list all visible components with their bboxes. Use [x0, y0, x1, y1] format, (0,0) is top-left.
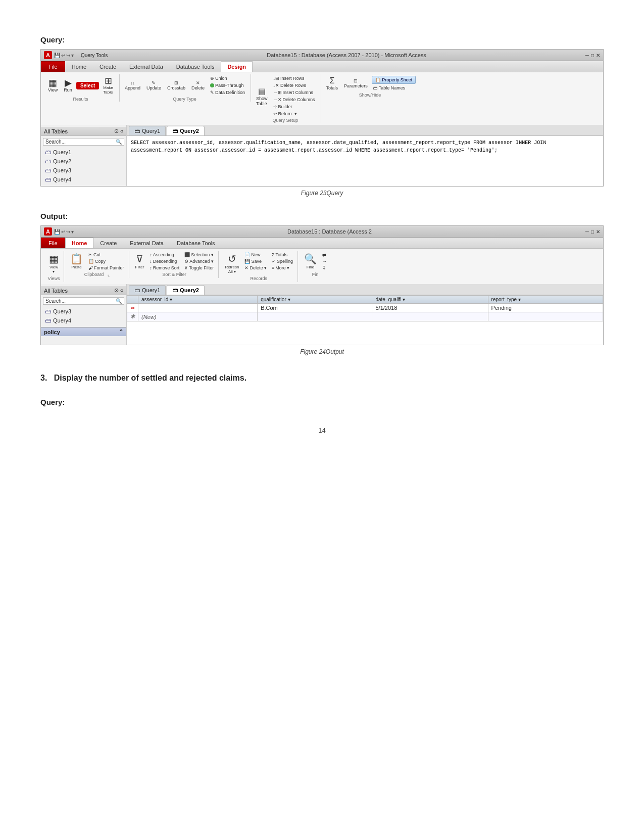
output-cut-btn[interactable]: ✂ Cut — [87, 252, 126, 258]
output-policy-collapse-icon[interactable]: ⌃ — [119, 329, 123, 335]
output-close-btn[interactable]: ✕ — [596, 229, 600, 235]
tab-external-data[interactable]: External Data — [123, 61, 170, 72]
return-btn[interactable]: ↩ Return: ▾ — [272, 111, 317, 117]
output-policy-item[interactable]: policy ⌃ — [41, 327, 126, 336]
output-goto-btn[interactable]: → — [321, 258, 328, 264]
nav-search-icon[interactable]: ⊙ — [114, 128, 119, 134]
delete-query-btn[interactable]: ✕ Delete — [189, 79, 207, 91]
query-tab-query1[interactable]: 🗃 Query1 — [129, 126, 166, 135]
tab-file[interactable]: File — [41, 61, 65, 72]
output-find-btn[interactable]: 🔍 Find — [302, 252, 319, 270]
crosstab-btn[interactable]: ⊞ Crosstab — [165, 79, 187, 91]
output-maximize-btn[interactable]: □ — [591, 229, 594, 235]
run-btn[interactable]: ▶ Run — [62, 77, 74, 94]
nav-item-query4[interactable]: 🗃 Query4 — [41, 175, 126, 184]
output-refresh-btn[interactable]: ↺ RefreshAll ▾ — [223, 252, 241, 275]
select-btn[interactable]: Select — [76, 82, 99, 89]
close-btn[interactable]: ✕ — [596, 53, 600, 58]
output-minimize-btn[interactable]: ─ — [585, 229, 589, 235]
query-search-icon[interactable]: 🔍 — [116, 139, 122, 145]
show-table-btn[interactable]: ▤ ShowTable — [254, 85, 270, 107]
insert-rows-btn[interactable]: ↓⊞ Insert Rows — [272, 75, 317, 81]
builder-btn[interactable]: ⊹ Builder — [272, 104, 317, 110]
output-paste-btn[interactable]: 📋 Paste — [68, 252, 85, 270]
view-btn[interactable]: ▦ View — [46, 77, 60, 94]
output-tab-query1[interactable]: 🗃 Query1 — [129, 285, 166, 295]
output-more-btn[interactable]: ≡ More ▾ — [270, 265, 294, 271]
output-tab-tools[interactable]: Database Tools — [170, 238, 222, 248]
output-nav-collapse-icon[interactable]: « — [120, 287, 123, 294]
output-nav-search-icon[interactable]: ⊙ — [114, 287, 119, 294]
col-date-qualifi[interactable]: date_qualifi ▾ — [372, 296, 488, 304]
nav-item-query1[interactable]: 🗃 Query1 — [41, 148, 126, 157]
pass-through-btn[interactable]: Pass-Through — [209, 82, 246, 88]
totals-btn[interactable]: Σ Totals — [324, 75, 340, 91]
query-tab-query2[interactable]: 🗃 Query2 — [167, 126, 205, 135]
output-totals-btn[interactable]: Σ Totals — [270, 252, 294, 258]
output-filter-btn[interactable]: ⊽ Filter — [133, 252, 146, 270]
col-report-type[interactable]: report_type ▾ — [488, 296, 603, 304]
col-qualification[interactable]: qualificatior ▾ — [258, 296, 372, 304]
dropdown-icon[interactable]: ▾ — [71, 53, 74, 58]
output-nav-search[interactable]: Search... 🔍 — [43, 297, 124, 305]
delete-cols-icon: →✕ — [273, 97, 282, 102]
output-tab-file[interactable]: File — [41, 238, 65, 248]
output-search-icon[interactable]: 🔍 — [116, 298, 122, 304]
update-btn[interactable]: ✎ Update — [144, 79, 163, 91]
output-advanced-btn[interactable]: ⚙ Advanced ▾ — [183, 258, 215, 264]
property-sheet-btn[interactable]: 📋 Property Sheet — [372, 76, 416, 84]
output-dropdown-icon[interactable]: ▾ — [71, 229, 74, 235]
undo-icon[interactable]: ↩ — [61, 53, 65, 58]
output-descending-btn[interactable]: ↓ Descending — [148, 258, 181, 264]
nav-collapse-icon[interactable]: « — [120, 128, 123, 134]
output-paste-label: Paste — [71, 265, 81, 269]
output-nav-query1[interactable]: 🗃 Query3 — [41, 307, 126, 316]
append-btn[interactable]: ↓↓ Append — [123, 79, 142, 91]
output-copy-btn[interactable]: 📋 Copy — [87, 258, 126, 264]
output-save-icon[interactable]: 💾 — [54, 229, 60, 235]
table-names-btn[interactable]: 🗃 Table Names — [372, 85, 416, 91]
tab-create[interactable]: Create — [93, 61, 123, 72]
output-remove-sort-btn[interactable]: ↕ Remove Sort — [148, 265, 181, 271]
tab-database-tools[interactable]: Database Tools — [170, 61, 221, 72]
data-definition-btn[interactable]: ✎ Data Definition — [209, 89, 246, 96]
output-app-body: All Tables ⊙ « Search... 🔍 🗃 Query3 🗃 — [41, 284, 603, 345]
nav-item-query3[interactable]: 🗃 Query3 — [41, 166, 126, 175]
output-tab-external[interactable]: External Data — [123, 238, 170, 248]
minimize-btn[interactable]: ─ — [585, 53, 589, 58]
output-view-btn[interactable]: ▦ View▾ — [47, 252, 61, 275]
output-redo-icon[interactable]: ↪ — [66, 229, 70, 235]
maximize-btn[interactable]: □ — [591, 53, 594, 58]
output-ascending-btn[interactable]: ↑ Ascending — [148, 252, 181, 258]
output-tab-home[interactable]: Home — [65, 238, 94, 248]
output-format-painter-btn[interactable]: 🖌 Format Painter — [87, 265, 126, 271]
output-delete-btn[interactable]: ✕ Delete ▾ — [243, 265, 268, 271]
col-assessor-id[interactable]: assessor_id ▾ — [138, 296, 258, 304]
output-toggle-filter-btn[interactable]: ⊽ Toggle Filter — [183, 265, 215, 271]
output-tab-query2[interactable]: 🗃 Query2 — [167, 285, 205, 295]
make-table-btn[interactable]: ⊞ MakeTable — [101, 75, 115, 96]
tab-design[interactable]: Design — [221, 61, 253, 72]
output-select-btn[interactable]: ↧ — [321, 265, 328, 271]
output-undo-icon[interactable]: ↩ — [61, 229, 65, 235]
save-icon[interactable]: 💾 — [54, 53, 60, 58]
output-selection-btn[interactable]: ⬛ Selection ▾ — [183, 252, 215, 258]
nav-item-query2[interactable]: 🗃 Query2 — [41, 157, 126, 166]
delete-query-icon: ✕ — [196, 80, 200, 85]
output-save-rec-btn[interactable]: 💾 Save — [243, 258, 268, 264]
output-nav-query4[interactable]: 🗃 Query4 — [41, 316, 126, 325]
delete-columns-btn[interactable]: →✕ Delete Columns — [272, 97, 317, 103]
output-sort-options: ↑ Ascending ↓ Descending ↕ Remove Sort — [148, 252, 181, 271]
insert-columns-btn[interactable]: →⊞ Insert Columns — [272, 89, 317, 96]
output-query4-label: Query4 — [53, 317, 71, 323]
output-replace-btn[interactable]: ⇄ — [321, 252, 328, 258]
output-new-btn[interactable]: 📄 New — [243, 252, 268, 258]
delete-rows-btn[interactable]: ↓✕ Delete Rows — [272, 82, 317, 88]
tab-home[interactable]: Home — [65, 61, 93, 72]
output-spelling-btn[interactable]: ✓ Spelling — [270, 258, 294, 264]
parameters-btn[interactable]: ⊡ Parameters — [342, 77, 370, 89]
output-tab-create[interactable]: Create — [93, 238, 123, 248]
union-btn[interactable]: ⊕ Union — [209, 75, 246, 81]
redo-icon[interactable]: ↪ — [66, 53, 70, 58]
output-desc-icon: ↓ — [150, 259, 152, 264]
